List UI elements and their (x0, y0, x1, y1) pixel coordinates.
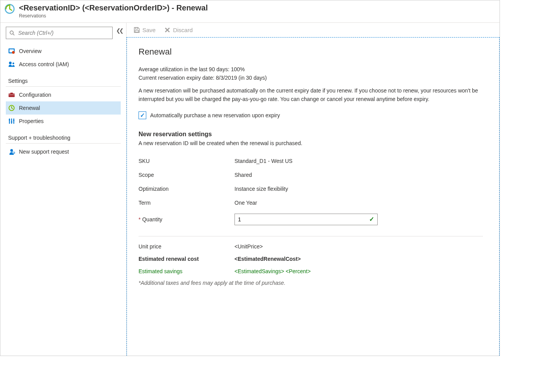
term-value: One Year (234, 200, 257, 206)
svg-rect-22 (135, 27, 137, 29)
sku-value: Standard_D1 - West US (234, 158, 293, 164)
sidebar-item-iam[interactable]: Access control (IAM) (6, 58, 121, 71)
svg-line-3 (13, 34, 14, 35)
sidebar-item-label: Configuration (19, 92, 51, 98)
estimated-savings-value: <EstimatedSavings> <Percent> (234, 268, 311, 274)
svg-point-7 (9, 62, 12, 64)
discard-icon (164, 27, 171, 33)
estimated-cost-row: Estimated renewal cost <EstimatedRenewal… (139, 253, 488, 265)
sidebar-item-label: Properties (19, 118, 44, 124)
svg-point-16 (9, 119, 10, 121)
new-reservation-note: A new reservation ID will be created whe… (139, 140, 488, 146)
svg-rect-20 (12, 152, 15, 153)
support-icon (8, 148, 15, 155)
term-row: Term One Year (139, 196, 488, 210)
new-reservation-settings-heading: New reservation settings (139, 131, 488, 138)
optimization-label: Optimization (139, 186, 234, 192)
sidebar-section-settings: Settings (6, 71, 121, 87)
scope-label: Scope (139, 172, 234, 178)
reservation-icon (4, 3, 15, 15)
save-icon (133, 27, 140, 33)
sidebar-item-overview[interactable]: Overview (6, 45, 121, 58)
configuration-icon (8, 91, 15, 98)
quantity-row: *Quantity ✓ (139, 210, 488, 229)
iam-icon (8, 61, 15, 68)
sidebar-item-properties[interactable]: Properties (6, 115, 121, 128)
unit-price-value: <UnitPrice> (234, 243, 263, 250)
unit-price-label: Unit price (139, 243, 234, 250)
svg-point-2 (10, 31, 13, 34)
unit-price-row: Unit price <UnitPrice> (139, 240, 488, 253)
svg-point-8 (12, 63, 14, 65)
quantity-label: *Quantity (139, 216, 234, 223)
svg-rect-21 (135, 31, 139, 32)
sku-label: SKU (139, 158, 234, 164)
sidebar-item-renewal[interactable]: Renewal (6, 101, 121, 115)
estimated-savings-label: Estimated savings (139, 268, 234, 274)
svg-point-19 (10, 149, 13, 152)
overview-icon (8, 48, 15, 55)
content-heading: Renewal (139, 47, 488, 57)
svg-rect-10 (10, 92, 13, 94)
renewal-icon (8, 104, 15, 111)
sidebar-item-new-support-request[interactable]: New support request (6, 145, 121, 158)
auto-purchase-checkbox[interactable]: ✓ (139, 111, 146, 119)
page-title: <ReservationID> (<ReservationOrderID>) -… (19, 3, 208, 12)
sidebar-item-label: Access control (IAM) (19, 61, 69, 67)
search-input[interactable] (6, 27, 113, 39)
svg-point-17 (11, 121, 12, 123)
estimated-cost-label: Estimated renewal cost (139, 256, 234, 262)
divider (139, 236, 483, 236)
discard-button[interactable]: Discard (164, 27, 193, 33)
auto-purchase-checkbox-row: ✓ Automatically purchase a new reservati… (139, 111, 488, 119)
sidebar: ❮❮ Overview Access control (IAM) Setting… (0, 23, 127, 356)
main-content: Save Discard Renewal Average utilization… (127, 23, 500, 356)
content-panel: Renewal Average utilization in the last … (127, 37, 500, 356)
term-label: Term (139, 200, 234, 206)
sidebar-item-configuration[interactable]: Configuration (6, 88, 121, 101)
scope-row: Scope Shared (139, 168, 488, 182)
svg-rect-9 (9, 94, 15, 97)
collapse-sidebar-icon[interactable]: ❮❮ (116, 27, 122, 34)
save-label: Save (142, 27, 156, 33)
scope-value: Shared (234, 172, 252, 178)
toolbar: Save Discard (127, 23, 500, 37)
avg-utilization-text: Average utilization in the last 90 days:… (139, 66, 488, 72)
header: <ReservationID> (<ReservationOrderID>) -… (0, 0, 500, 23)
expiry-date-text: Current reservation expiry date: 8/3/201… (139, 75, 488, 81)
sidebar-section-support: Support + troubleshooting (6, 128, 121, 144)
search-field[interactable] (18, 30, 109, 36)
quantity-input[interactable] (238, 216, 369, 223)
auto-purchase-label: Automatically purchase a new reservation… (150, 112, 280, 118)
optimization-value: Instance size flexibility (234, 186, 288, 192)
svg-point-6 (12, 51, 15, 54)
pricing-footnote: *Additional taxes and fees may apply at … (139, 280, 488, 286)
discard-label: Discard (173, 27, 193, 33)
sidebar-item-label: Renewal (19, 105, 40, 111)
breadcrumb: Reservations (19, 13, 208, 19)
save-button[interactable]: Save (133, 27, 156, 33)
optimization-row: Optimization Instance size flexibility (139, 182, 488, 196)
sidebar-item-label: New support request (19, 149, 69, 155)
renewal-description: A new reservation will be purchased auto… (139, 86, 479, 104)
search-icon (9, 30, 15, 36)
valid-check-icon: ✓ (369, 216, 374, 223)
properties-icon (8, 118, 15, 125)
estimated-savings-row: Estimated savings <EstimatedSavings> <Pe… (139, 265, 488, 277)
sku-row: SKU Standard_D1 - West US (139, 154, 488, 168)
estimated-cost-value: <EstimatedRenewalCost> (234, 256, 301, 262)
quantity-input-wrap[interactable]: ✓ (234, 214, 378, 225)
sidebar-item-label: Overview (19, 48, 41, 54)
svg-point-18 (13, 120, 15, 121)
